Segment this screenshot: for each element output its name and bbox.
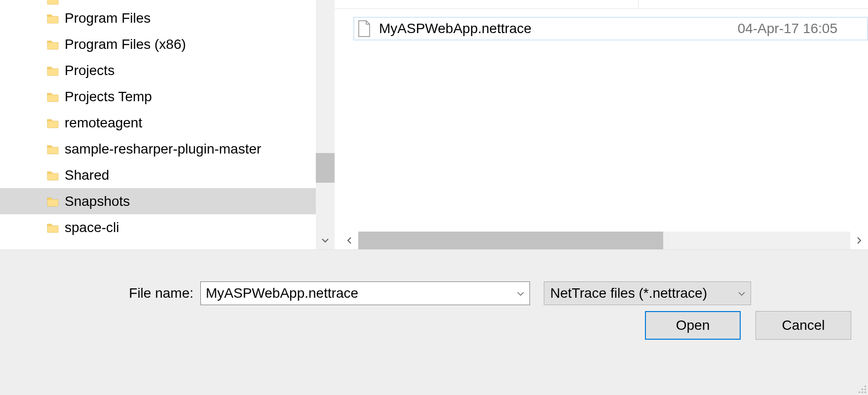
tree-item[interactable]: space-cli: [0, 214, 316, 240]
tree-item-label: Projects Temp: [65, 89, 152, 105]
tree-item-label: space-cli: [65, 220, 119, 236]
file-date-cell: 04-Apr-17 16:05: [738, 21, 867, 37]
h-scroll-right-button[interactable]: [850, 232, 868, 249]
file-list-h-scrollbar[interactable]: [340, 232, 868, 249]
folder-icon: [47, 13, 59, 24]
file-list-header[interactable]: [335, 0, 868, 9]
folder-icon: [47, 144, 59, 155]
tree-item[interactable]: [0, 0, 316, 5]
cancel-button-label: Cancel: [782, 317, 825, 333]
chevron-down-icon[interactable]: [517, 285, 525, 301]
file-row[interactable]: MyASPWebApp.nettrace 04-Apr-17 16:05: [353, 17, 868, 40]
tree-item-label: Program Files: [65, 10, 151, 26]
folder-icon: [47, 118, 59, 128]
tree-item-label: sample-resharper-plugin-master: [65, 141, 261, 157]
tree-item[interactable]: Program Files: [0, 5, 316, 31]
file-name-input[interactable]: MyASPWebApp.nettrace: [200, 281, 530, 305]
dialog-footer: File name: MyASPWebApp.nettrace NetTrace…: [0, 249, 868, 395]
file-name-value: MyASPWebApp.nettrace: [206, 285, 358, 301]
file-list-panel: MyASPWebApp.nettrace 04-Apr-17 16:05: [335, 0, 868, 249]
folder-icon: [47, 196, 59, 207]
dialog-buttons: Open Cancel: [645, 311, 851, 340]
folder-tree[interactable]: Program FilesProgram Files (x86)Projects…: [0, 0, 316, 249]
tree-item-label: Program Files (x86): [65, 37, 186, 52]
folder-icon: [47, 222, 59, 233]
tree-item[interactable]: remoteagent: [0, 110, 316, 136]
folder-icon: [47, 91, 59, 102]
cancel-button[interactable]: Cancel: [755, 311, 851, 340]
file-name-label: File name:: [0, 285, 200, 301]
open-button-label: Open: [676, 317, 710, 333]
folder-icon: [47, 170, 59, 181]
tree-item-label: remoteagent: [65, 115, 142, 131]
tree-item-label: Projects: [65, 63, 114, 79]
tree-item-selected[interactable]: Snapshots: [0, 188, 316, 214]
file-icon: [357, 20, 371, 37]
h-scroll-thumb[interactable]: [358, 232, 663, 249]
tree-scrollbar[interactable]: [316, 0, 335, 249]
file-type-filter-value: NetTrace files (*.nettrace): [550, 285, 707, 301]
file-type-filter[interactable]: NetTrace files (*.nettrace): [544, 281, 751, 305]
folder-icon: [47, 65, 59, 76]
tree-item[interactable]: Projects Temp: [0, 83, 316, 110]
tree-item[interactable]: sample-resharper-plugin-master: [0, 136, 316, 162]
resize-grip[interactable]: [857, 384, 866, 393]
file-browser-top: Program FilesProgram Files (x86)Projects…: [0, 0, 868, 249]
chevron-down-icon[interactable]: [738, 285, 746, 301]
tree-item[interactable]: Shared: [0, 162, 316, 188]
tree-scroll-down-button[interactable]: [316, 232, 335, 249]
folder-icon: [47, 39, 59, 50]
tree-item[interactable]: Projects: [0, 57, 316, 83]
h-scroll-left-button[interactable]: [340, 232, 358, 249]
file-name-cell: MyASPWebApp.nettrace: [379, 21, 738, 37]
column-separator[interactable]: [638, 0, 639, 8]
folder-tree-panel: Program FilesProgram Files (x86)Projects…: [0, 0, 335, 249]
open-button[interactable]: Open: [645, 311, 741, 340]
tree-item-label: Shared: [65, 167, 109, 183]
tree-item[interactable]: Program Files (x86): [0, 31, 316, 57]
tree-item-label: Snapshots: [65, 194, 130, 209]
file-name-row: File name: MyASPWebApp.nettrace NetTrace…: [0, 280, 868, 306]
folder-icon: [47, 0, 59, 5]
tree-scrollbar-thumb[interactable]: [316, 153, 335, 183]
h-scroll-track[interactable]: [358, 232, 850, 249]
